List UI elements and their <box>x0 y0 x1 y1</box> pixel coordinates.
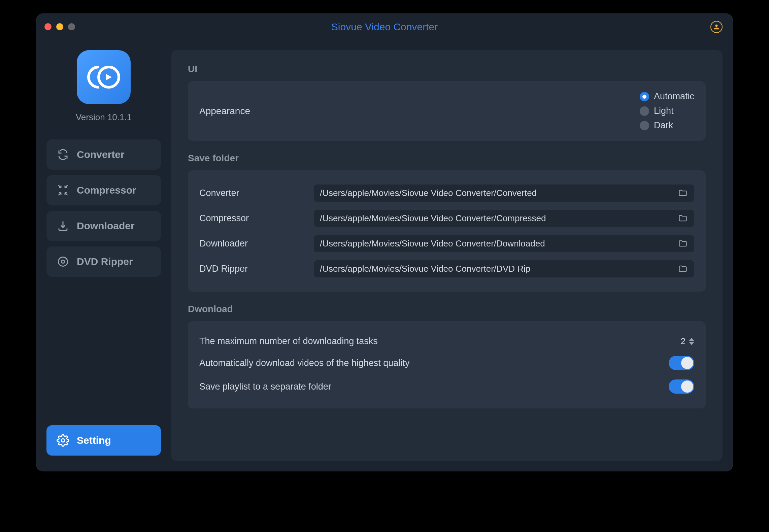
svg-marker-5 <box>689 338 694 341</box>
folder-label: Compressor <box>199 213 307 224</box>
downloader-icon <box>56 219 70 233</box>
save-folder-section-card: Converter /Users/apple/Movies/Siovue Vid… <box>188 170 706 292</box>
folder-row-dvd-ripper: DVD Ripper /Users/apple/Movies/Siovue Vi… <box>199 256 694 281</box>
auto-hq-row: Automatically download videos of the hig… <box>199 351 694 375</box>
folder-browse-icon[interactable] <box>678 213 688 224</box>
svg-point-3 <box>62 260 65 263</box>
user-icon <box>713 23 720 31</box>
window-title: Siovue Video Converter <box>331 21 438 33</box>
folder-path-text: /Users/apple/Movies/Siovue Video Convert… <box>320 264 530 274</box>
sidebar-item-compressor[interactable]: Compressor <box>46 175 161 205</box>
user-account-button[interactable] <box>710 21 723 33</box>
maximize-window-button[interactable] <box>68 23 75 30</box>
nav-label: DVD Ripper <box>77 256 133 267</box>
folder-path-input[interactable]: /Users/apple/Movies/Siovue Video Convert… <box>314 235 694 252</box>
svg-marker-1 <box>106 74 112 80</box>
svg-point-2 <box>59 257 68 266</box>
folder-row-converter: Converter /Users/apple/Movies/Siovue Vid… <box>199 180 694 206</box>
version-label: Version 10.1.1 <box>76 112 132 123</box>
app-logo <box>77 50 131 104</box>
dvd-ripper-icon <box>56 255 70 269</box>
titlebar: Siovue Video Converter <box>36 14 733 40</box>
folder-path-text: /Users/apple/Movies/Siovue Video Convert… <box>320 238 545 249</box>
setting-icon <box>56 433 70 447</box>
radio-label: Light <box>654 106 674 116</box>
appearance-row: Appearance Automatic Light <box>199 91 694 131</box>
radio-icon <box>640 121 649 130</box>
radio-label: Automatic <box>654 91 694 102</box>
nav-label: Compressor <box>77 185 136 196</box>
stepper-value: 2 <box>681 336 686 346</box>
sidebar-item-converter[interactable]: Converter <box>46 139 161 170</box>
appearance-option-light[interactable]: Light <box>640 106 694 116</box>
svg-point-4 <box>61 439 65 442</box>
auto-hq-label: Automatically download videos of the hig… <box>199 358 409 368</box>
playlist-folder-toggle[interactable] <box>669 379 694 394</box>
sidebar-item-setting[interactable]: Setting <box>46 425 161 456</box>
app-logo-section: Version 10.1.1 <box>46 50 161 123</box>
close-window-button[interactable] <box>44 23 52 30</box>
appearance-radio-group: Automatic Light Dark <box>640 91 694 131</box>
folder-path-input[interactable]: /Users/apple/Movies/Siovue Video Convert… <box>314 260 694 277</box>
stepper-arrows-icon <box>689 338 694 345</box>
ui-section-card: Appearance Automatic Light <box>188 81 706 141</box>
ui-section-label: UI <box>188 64 706 74</box>
sidebar-item-downloader[interactable]: Downloader <box>46 211 161 241</box>
max-tasks-row: The maximum number of downloading tasks … <box>199 331 694 351</box>
radio-icon <box>640 92 649 101</box>
playlist-folder-row: Save playlist to a separate folder <box>199 375 694 398</box>
folder-row-downloader: Downloader /Users/apple/Movies/Siovue Vi… <box>199 231 694 256</box>
folder-path-text: /Users/apple/Movies/Siovue Video Convert… <box>320 213 546 224</box>
radio-label: Dark <box>654 120 673 131</box>
minimize-window-button[interactable] <box>56 23 63 30</box>
radio-icon <box>640 106 649 116</box>
folder-row-compressor: Compressor /Users/apple/Movies/Siovue Vi… <box>199 206 694 231</box>
download-section-card: The maximum number of downloading tasks … <box>188 321 706 408</box>
max-tasks-stepper[interactable]: 2 <box>681 336 694 346</box>
nav-label: Downloader <box>77 220 135 232</box>
folder-label: Downloader <box>199 238 307 249</box>
folder-browse-icon[interactable] <box>678 188 688 198</box>
compressor-icon <box>56 183 70 197</box>
folder-path-input[interactable]: /Users/apple/Movies/Siovue Video Convert… <box>314 210 694 227</box>
folder-path-text: /Users/apple/Movies/Siovue Video Convert… <box>320 188 537 198</box>
appearance-option-automatic[interactable]: Automatic <box>640 91 694 102</box>
content-area: UI Appearance Automatic Light <box>171 40 733 471</box>
traffic-lights <box>36 23 75 30</box>
app-body: Version 10.1.1 Converter Compressor Down… <box>36 40 733 471</box>
save-folder-section-label: Save folder <box>188 153 706 164</box>
nav-label: Setting <box>77 435 111 446</box>
app-logo-icon <box>87 60 121 94</box>
max-tasks-label: The maximum number of downloading tasks <box>199 336 378 346</box>
app-window: Siovue Video Converter Version 10.1.1 <box>36 13 733 471</box>
sidebar: Version 10.1.1 Converter Compressor Down… <box>36 40 171 471</box>
converter-icon <box>56 147 70 162</box>
folder-path-input[interactable]: /Users/apple/Movies/Siovue Video Convert… <box>314 185 694 202</box>
auto-hq-toggle[interactable] <box>669 356 694 370</box>
folder-browse-icon[interactable] <box>678 239 688 249</box>
settings-panel: UI Appearance Automatic Light <box>171 50 723 461</box>
folder-label: DVD Ripper <box>199 264 307 274</box>
playlist-folder-label: Save playlist to a separate folder <box>199 381 331 392</box>
folder-label: Converter <box>199 188 307 198</box>
nav-label: Converter <box>77 149 125 160</box>
download-section-label: Dwonload <box>188 304 706 314</box>
appearance-option-dark[interactable]: Dark <box>640 120 694 131</box>
sidebar-item-dvd-ripper[interactable]: DVD Ripper <box>46 246 161 277</box>
folder-browse-icon[interactable] <box>678 264 688 274</box>
appearance-label: Appearance <box>199 106 250 117</box>
svg-marker-6 <box>689 342 694 345</box>
